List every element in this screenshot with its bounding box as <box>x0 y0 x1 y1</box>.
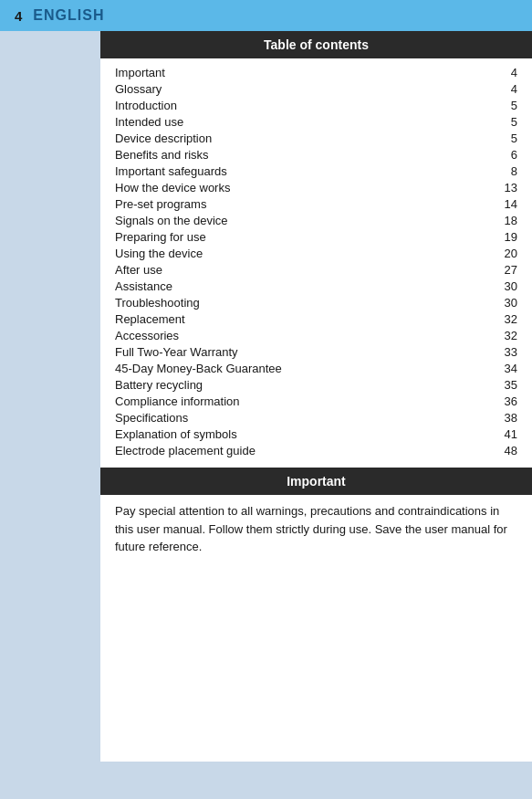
toc-row: Troubleshooting30 <box>115 294 517 310</box>
toc-item-name: How the device works <box>115 181 230 194</box>
important-header: Important <box>100 468 532 495</box>
toc-item-page: 30 <box>495 296 517 310</box>
toc-row: Important safeguards8 <box>115 163 517 179</box>
toc-item-page: 13 <box>495 181 517 194</box>
toc-header: Table of contents <box>100 31 532 58</box>
toc-item-page: 4 <box>495 82 517 96</box>
toc-item-name: Full Two-Year Warranty <box>115 345 238 359</box>
toc-row: Compliance information36 <box>115 393 517 409</box>
toc-item-name: Compliance information <box>115 394 240 408</box>
toc-item-page: 41 <box>495 427 517 441</box>
toc-item-name: Electrode placement guide <box>115 444 256 457</box>
toc-row: Device description5 <box>115 130 517 146</box>
toc-item-page: 48 <box>495 444 517 457</box>
toc-row: How the device works13 <box>115 179 517 195</box>
toc-item-page: 36 <box>495 394 517 408</box>
toc-item-page: 5 <box>495 131 517 145</box>
toc-item-page: 32 <box>495 312 517 326</box>
toc-item-name: Benefits and risks <box>115 148 209 162</box>
toc-row: Accessories32 <box>115 327 517 343</box>
toc-item-page: 18 <box>495 214 517 227</box>
toc-item-name: Troubleshooting <box>115 296 200 310</box>
toc-row: Specifications38 <box>115 409 517 426</box>
toc-row: Electrode placement guide48 <box>115 442 517 458</box>
toc-row: Full Two-Year Warranty33 <box>115 343 517 360</box>
toc-row: Pre-set programs14 <box>115 195 517 212</box>
toc-item-name: 45-Day Money-Back Guarantee <box>115 362 282 375</box>
toc-item-page: 20 <box>495 247 517 260</box>
toc-item-page: 14 <box>495 197 517 211</box>
page-language: ENGLISH <box>33 7 104 24</box>
toc-item-page: 34 <box>495 362 517 375</box>
toc-item-page: 38 <box>495 411 517 425</box>
toc-row: Replacement32 <box>115 310 517 327</box>
toc-item-page: 19 <box>495 230 517 244</box>
toc-item-page: 5 <box>495 115 517 129</box>
toc-row: After use27 <box>115 261 517 278</box>
toc-row: Explanation of symbols41 <box>115 426 517 442</box>
toc-row: Intended use5 <box>115 113 517 130</box>
toc-item-name: Important safeguards <box>115 164 227 178</box>
toc-item-page: 5 <box>495 99 517 112</box>
page-header: 4 ENGLISH <box>0 0 532 31</box>
toc-row: Important4 <box>115 64 517 80</box>
toc-row: Battery recycling35 <box>115 376 517 393</box>
toc-item-name: Preparing for use <box>115 230 206 244</box>
toc-item-page: 8 <box>495 164 517 178</box>
toc-row: Using the device20 <box>115 245 517 261</box>
toc-item-name: Signals on the device <box>115 214 228 227</box>
toc-item-name: Replacement <box>115 312 185 326</box>
toc-row: 45-Day Money-Back Guarantee34 <box>115 360 517 376</box>
toc-item-page: 32 <box>495 329 517 342</box>
toc-row: Benefits and risks6 <box>115 146 517 163</box>
toc-item-name: Important <box>115 66 165 79</box>
content-area: Table of contents Important4Glossary4Int… <box>100 31 532 762</box>
toc-item-page: 33 <box>495 345 517 359</box>
toc-item-name: Introduction <box>115 99 177 112</box>
left-sidebar <box>0 31 100 762</box>
toc-item-name: Battery recycling <box>115 378 203 392</box>
toc-item-name: Specifications <box>115 411 188 425</box>
toc-item-name: Accessories <box>115 329 179 342</box>
toc-item-page: 30 <box>495 279 517 293</box>
toc-item-page: 6 <box>495 148 517 162</box>
toc-row: Preparing for use19 <box>115 228 517 245</box>
toc-row: Assistance30 <box>115 278 517 294</box>
toc-item-name: Glossary <box>115 82 162 96</box>
toc-row: Glossary4 <box>115 80 517 97</box>
toc-item-name: Intended use <box>115 115 183 129</box>
toc-item-page: 27 <box>495 263 517 277</box>
toc-item-name: Pre-set programs <box>115 197 206 211</box>
toc-row: Signals on the device18 <box>115 212 517 228</box>
toc-table: Important4Glossary4Introduction5Intended… <box>100 58 532 464</box>
toc-item-page: 35 <box>495 378 517 392</box>
important-body: Pay special attention to all warnings, p… <box>100 495 532 563</box>
toc-item-name: After use <box>115 263 162 277</box>
toc-item-name: Device description <box>115 131 212 145</box>
toc-item-page: 4 <box>495 66 517 79</box>
toc-row: Introduction5 <box>115 97 517 113</box>
important-section: Important Pay special attention to all w… <box>100 468 532 563</box>
main-content: Table of contents Important4Glossary4Int… <box>0 31 532 762</box>
toc-item-name: Assistance <box>115 279 172 293</box>
toc-item-name: Using the device <box>115 247 203 260</box>
page-number: 4 <box>15 8 22 24</box>
toc-item-name: Explanation of symbols <box>115 427 237 441</box>
